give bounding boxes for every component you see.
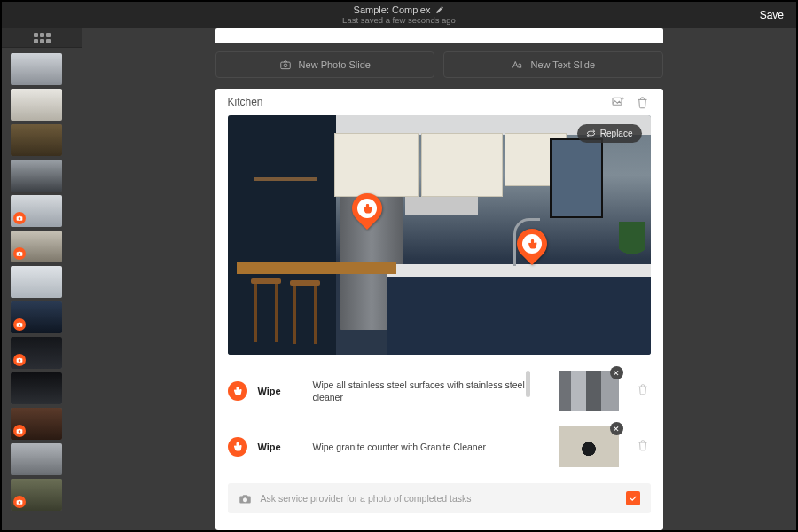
new-photo-slide-label: New Photo Slide — [299, 59, 371, 70]
trash-icon — [637, 383, 649, 395]
thumbnail[interactable] — [11, 337, 62, 369]
thumbnail[interactable] — [11, 124, 62, 156]
task-list: WipeWipe all stainless steel surfaces wi… — [215, 355, 663, 474]
wipe-icon — [228, 381, 247, 401]
image-plus-icon — [611, 95, 625, 109]
task-desc: Wipe granite counter with Granite Cleane… — [313, 441, 548, 453]
replace-icon — [586, 129, 596, 138]
camera-badge-icon — [13, 496, 26, 508]
new-photo-slide-button[interactable]: New Photo Slide — [215, 51, 435, 78]
sidebar — [2, 28, 82, 530]
text-icon — [511, 59, 523, 71]
task-name: Wipe — [258, 386, 302, 396]
topbar: Sample: Complex Last saved a few seconds… — [2, 2, 796, 28]
wipe-icon — [228, 437, 247, 457]
thumbnail[interactable] — [11, 301, 62, 333]
doc-title: Sample: Complex — [354, 4, 431, 15]
replace-photo-button[interactable]: Replace — [577, 124, 642, 143]
ask-provider-text: Ask service provider for a photo of comp… — [261, 493, 472, 504]
thumbnail[interactable] — [11, 443, 62, 475]
prev-slide-peek — [215, 28, 663, 43]
trash-icon — [637, 439, 649, 451]
svg-point-1 — [284, 64, 287, 67]
thumbnail[interactable] — [11, 408, 62, 440]
thumbnail[interactable] — [11, 160, 62, 192]
save-status: Last saved a few seconds ago — [342, 16, 456, 25]
replace-label: Replace — [600, 129, 633, 138]
check-icon — [629, 494, 638, 503]
slide-photo[interactable]: Replace — [228, 115, 651, 355]
task-row: WipeWipe all stainless steel surfaces wi… — [228, 364, 651, 419]
thumbnail[interactable] — [11, 372, 62, 404]
camera-badge-icon — [13, 425, 26, 437]
task-row: WipeWipe granite counter with Granite Cl… — [228, 419, 651, 474]
slide-card: Kitchen — [215, 89, 663, 530]
svg-rect-0 — [280, 62, 290, 69]
new-text-slide-button[interactable]: New Text Slide — [443, 51, 663, 78]
camera-icon — [279, 59, 292, 71]
trash-icon — [636, 96, 649, 109]
thumbnail[interactable] — [11, 195, 62, 227]
main-canvas: New Photo Slide New Text Slide Kitchen — [82, 28, 796, 530]
thumbnail[interactable] — [11, 266, 62, 298]
thumbnail[interactable] — [11, 89, 62, 121]
remove-thumb-button[interactable]: ✕ — [610, 422, 623, 435]
task-thumbnail[interactable] — [559, 371, 619, 411]
camera-badge-icon — [13, 318, 26, 331]
task-marker[interactable] — [352, 193, 382, 231]
remove-thumb-button[interactable]: ✕ — [610, 366, 623, 379]
camera-badge-icon — [13, 247, 26, 260]
delete-task-button[interactable] — [637, 439, 651, 455]
camera-badge-icon — [13, 212, 26, 224]
thumbnail-strip — [2, 48, 82, 530]
add-image-button[interactable] — [610, 94, 626, 110]
thumbnail[interactable] — [11, 231, 62, 262]
ask-provider-checkbox[interactable] — [626, 491, 640, 505]
task-thumbnail[interactable] — [559, 426, 619, 467]
delete-slide-button[interactable] — [635, 94, 651, 110]
pencil-icon[interactable] — [435, 5, 444, 14]
camera-icon — [239, 492, 252, 505]
delete-task-button[interactable] — [637, 383, 651, 399]
task-desc: Wipe all stainless steel surfaces with s… — [313, 379, 548, 403]
kitchen-scene — [228, 115, 651, 355]
new-text-slide-label: New Text Slide — [530, 59, 595, 70]
camera-badge-icon — [13, 354, 26, 366]
task-name: Wipe — [258, 442, 302, 452]
thumbnail[interactable] — [11, 479, 62, 511]
thumbnail[interactable] — [11, 53, 62, 85]
thumbnail-grid-toggle[interactable] — [2, 28, 82, 48]
slide-title[interactable]: Kitchen — [228, 96, 263, 108]
ask-provider-row[interactable]: Ask service provider for a photo of comp… — [228, 483, 651, 513]
task-marker[interactable] — [517, 229, 547, 266]
grid-icon — [34, 33, 51, 43]
scroll-indicator[interactable] — [526, 371, 530, 397]
